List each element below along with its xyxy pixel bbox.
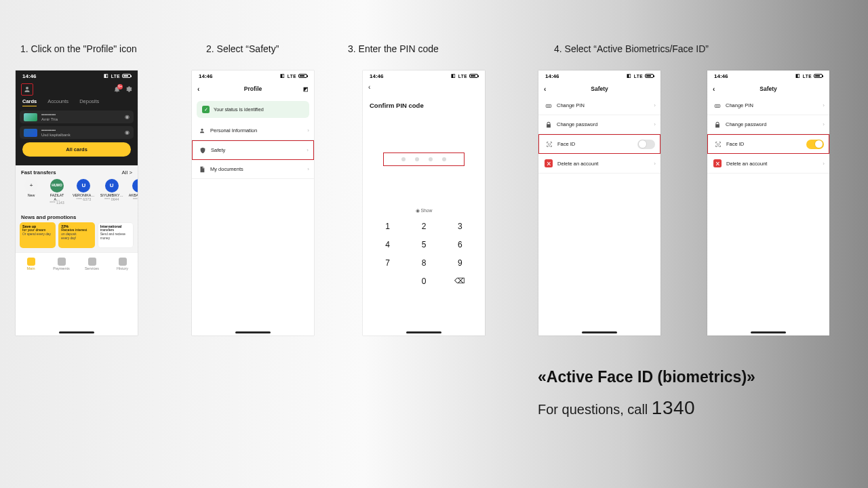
tab-cards[interactable]: Cards: [22, 98, 37, 106]
status-bar: 14:46 ◧ LTE: [707, 70, 829, 81]
back-icon[interactable]: ‹: [197, 85, 199, 93]
status-bar: 14:46 ◧ LTE: [538, 70, 660, 81]
tabbar-item-payments[interactable]: Payments: [46, 253, 77, 275]
safety-row-change-pin[interactable]: Change PIN›: [707, 96, 829, 115]
network-label: LTE: [803, 74, 812, 79]
tabbar-icon: [88, 258, 96, 266]
safety-row-face-id[interactable]: Face ID: [538, 134, 660, 154]
card-row[interactable]: •••••••••• Amir Tria ◉: [20, 110, 134, 123]
battery-icon: [469, 74, 478, 78]
nav-action-icon[interactable]: ◩: [303, 86, 309, 92]
key-5[interactable]: 5: [408, 240, 439, 249]
phone-step4b: 14:46 ◧ LTE ‹ Safety Change PIN›Change p…: [707, 70, 829, 336]
safety-row-change-pin[interactable]: Change PIN›: [538, 96, 660, 115]
gear-icon[interactable]: [125, 85, 132, 94]
safety-row-change-password[interactable]: Change password›: [707, 115, 829, 134]
tab-accounts[interactable]: Accounts: [47, 98, 68, 106]
footnote-title: «Active Face ID (biometrics)»: [538, 368, 755, 386]
key-backspace[interactable]: ⌫: [445, 277, 475, 286]
profile-icon[interactable]: [21, 83, 33, 96]
key-8[interactable]: 8: [408, 258, 439, 268]
step1-title: 1. Click on the "Profile" icon: [20, 43, 137, 54]
bell-icon[interactable]: 6+: [113, 85, 121, 94]
key-9[interactable]: 9: [445, 258, 475, 268]
svg-point-5: [549, 144, 550, 144]
safety-row-change-password[interactable]: Change password›: [538, 115, 660, 134]
face-id-toggle[interactable]: [806, 140, 824, 149]
safety-row-delete-an-account[interactable]: ⨯Delete an account›: [538, 154, 660, 174]
footnote-line2: For questions, call 1340: [538, 397, 755, 419]
phone-step2: 14:46 ◧ LTE ‹ Profile ◩ ✓ Your status is…: [192, 70, 314, 336]
fast-transfer-item[interactable]: UAKBAROV…**** 103: [129, 179, 138, 205]
status-time: 14:46: [714, 73, 728, 79]
chevron-right-icon: ›: [654, 121, 656, 127]
key-2[interactable]: 2: [408, 222, 439, 231]
promo-card[interactable]: Save upfor your dreamOr spend every day: [20, 222, 56, 248]
fast-transfers-head: Fast transfers: [21, 169, 56, 176]
key-3[interactable]: 3: [445, 222, 475, 231]
svg-point-2: [548, 106, 549, 106]
status-verified-label: Your status is identified: [214, 106, 264, 113]
bell-badge: 6+: [117, 84, 123, 89]
key-1[interactable]: 1: [372, 222, 403, 231]
svg-point-4: [548, 144, 549, 144]
chevron-right-icon: ›: [823, 102, 825, 108]
tabbar-item-services[interactable]: Services: [77, 253, 107, 275]
eye-icon[interactable]: ◉: [125, 114, 130, 120]
pin-icon: [545, 102, 552, 109]
card-logo-icon: [24, 113, 37, 121]
page-title: Safety: [591, 85, 608, 92]
card-row[interactable]: •••••••••• Usd kapitalbank ◉: [20, 126, 134, 139]
tab-deposits[interactable]: Deposits: [79, 98, 99, 106]
pin-dots: [383, 152, 465, 166]
back-icon[interactable]: ‹: [544, 85, 546, 93]
avatar-circle: +: [24, 179, 38, 192]
check-icon: ✓: [202, 106, 210, 113]
trash-icon: ⨯: [713, 159, 722, 167]
tabbar-icon: [27, 258, 35, 266]
menu-row-personal-information[interactable]: Personal Information›: [192, 121, 314, 140]
status-bar: 14:46 ◧ LTE: [192, 70, 314, 81]
face-icon: [714, 140, 722, 148]
phone-step4a: 14:46 ◧ LTE ‹ Safety Change PIN›Change p…: [538, 70, 660, 336]
tabbar-icon: [119, 258, 127, 266]
face-icon: [545, 140, 553, 148]
fast-transfer-item[interactable]: USIYUMBIKY…**** 0644: [100, 179, 123, 205]
promo-card[interactable]: 22%Receive intereston depositevery day!: [58, 222, 94, 248]
key-7[interactable]: 7: [372, 258, 403, 268]
menu-row-safety[interactable]: Safety›: [192, 140, 314, 160]
pin-show-toggle[interactable]: ◉ Show: [363, 208, 485, 214]
safety-row-delete-an-account[interactable]: ⨯Delete an account›: [707, 154, 829, 174]
chevron-right-icon: ›: [307, 127, 309, 134]
key-4[interactable]: 4: [372, 240, 403, 249]
fast-transfers-all[interactable]: All >: [122, 169, 132, 176]
fast-transfer-item[interactable]: UVERONIKA…**** 6373: [73, 179, 95, 205]
fast-transfer-item[interactable]: HUMOFAZILAT A…**** 1143: [47, 179, 67, 205]
fast-transfer-item[interactable]: +New: [21, 179, 41, 205]
key-0[interactable]: 0: [408, 277, 439, 286]
card-name: Amir Tria: [41, 117, 58, 121]
step3-title: 3. Enter the PIN code: [348, 43, 439, 54]
phone-number: 1340: [652, 397, 695, 418]
eye-icon[interactable]: ◉: [125, 129, 130, 136]
svg-point-11: [718, 144, 719, 144]
signal-icon: ◧: [627, 73, 632, 79]
all-cards-button[interactable]: All cards: [22, 142, 131, 157]
avatar-circle: HUMO: [50, 179, 64, 192]
network-label: LTE: [111, 74, 120, 79]
face-id-toggle[interactable]: [637, 140, 655, 149]
safety-row-face-id[interactable]: Face ID: [707, 134, 829, 154]
avatar-circle: U: [132, 179, 138, 192]
svg-point-8: [717, 106, 717, 106]
back-icon[interactable]: ‹: [368, 83, 370, 91]
avatar-circle: U: [77, 179, 90, 192]
menu-row-my-documents[interactable]: My documents›: [192, 160, 314, 179]
key-6[interactable]: 6: [445, 240, 475, 249]
back-icon[interactable]: ‹: [713, 85, 715, 93]
chevron-right-icon: ›: [654, 161, 656, 167]
status-time: 14:46: [370, 73, 383, 79]
promo-card[interactable]: InternationaltransfersSend and recievemo…: [98, 222, 134, 248]
tabbar-item-history[interactable]: History: [107, 253, 138, 275]
tabbar-item-main[interactable]: Main: [16, 253, 46, 275]
chevron-right-icon: ›: [823, 161, 825, 167]
